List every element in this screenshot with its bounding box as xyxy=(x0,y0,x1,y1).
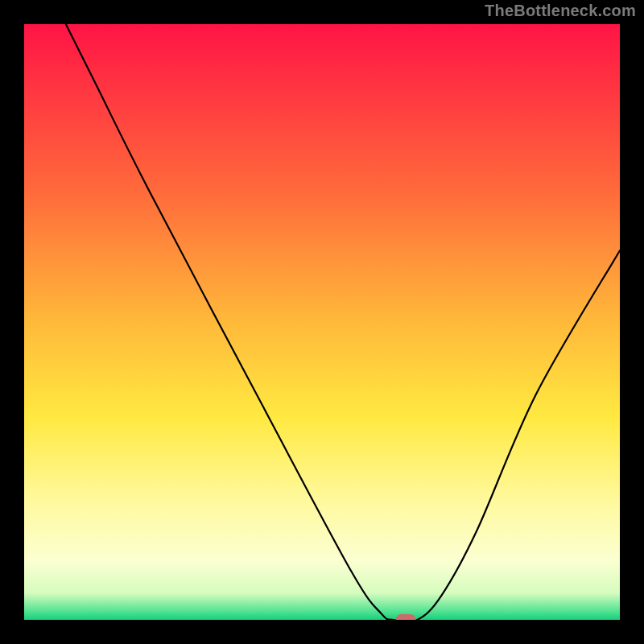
chart-frame: TheBottleneck.com xyxy=(0,0,644,644)
plot-svg xyxy=(24,24,620,620)
gradient-rect xyxy=(24,24,620,620)
watermark-text: TheBottleneck.com xyxy=(485,2,636,20)
plot-area xyxy=(24,24,620,620)
optimal-marker xyxy=(396,614,415,620)
